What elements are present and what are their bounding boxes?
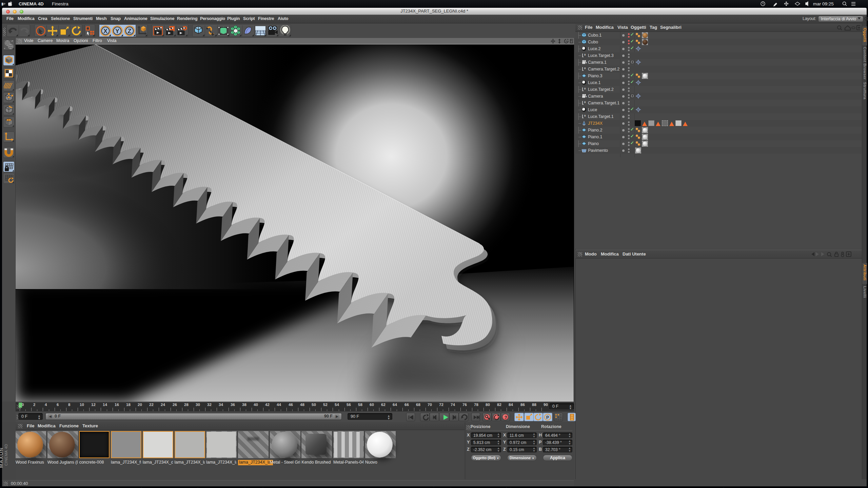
svg-text:Z: Z xyxy=(128,27,132,34)
svg-text:0: 0 xyxy=(584,87,586,90)
svg-text:0: 0 xyxy=(584,101,586,104)
svg-text:0: 0 xyxy=(584,67,586,70)
svg-text:?: ? xyxy=(505,415,507,420)
svg-text:0: 0 xyxy=(584,114,586,117)
svg-text:mar 09:25: mar 09:25 xyxy=(813,1,834,6)
svg-text:P: P xyxy=(546,415,549,420)
svg-text:Y: Y xyxy=(115,27,119,34)
svg-text:0: 0 xyxy=(584,53,586,56)
svg-text:X: X xyxy=(103,27,107,34)
